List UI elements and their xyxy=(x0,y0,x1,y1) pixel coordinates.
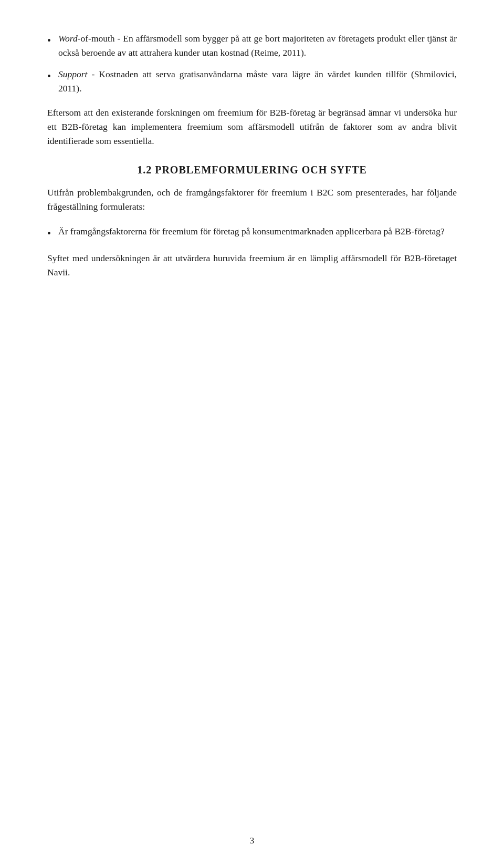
bullet-text-support: Support - Kostnaden att serva gratisanvä… xyxy=(58,67,457,96)
word-of-mouth-text: -of-mouth - En affärsmodell som bygger p… xyxy=(58,33,457,58)
list-item: • Word-of-mouth - En affärsmodell som by… xyxy=(47,32,457,60)
page-number: 3 xyxy=(250,836,255,846)
bullet-dot-icon: • xyxy=(47,68,51,85)
support-italic: Support xyxy=(58,69,87,79)
list-item: • Är framgångsfaktorerna för freemium fö… xyxy=(47,224,457,242)
word-italic: Word xyxy=(58,33,78,44)
paragraph-research: Eftersom att den existerande forskningen… xyxy=(47,106,457,148)
bullet-dot-icon: • xyxy=(47,33,51,49)
list-item: • Support - Kostnaden att serva gratisan… xyxy=(47,67,457,96)
support-text: - Kostnaden att serva gratisanvändarna m… xyxy=(58,69,457,94)
section-heading-problem: 1.2 PROBLEMFORMULERING OCH SYFTE xyxy=(47,164,457,176)
bullet-dot-icon: • xyxy=(47,225,51,242)
sub-bullet-text: Är framgångsfaktorerna för freemium för … xyxy=(58,224,457,239)
sub-bullet-list: • Är framgångsfaktorerna för freemium fö… xyxy=(47,224,457,242)
bullet-text-word-of-mouth: Word-of-mouth - En affärsmodell som bygg… xyxy=(58,32,457,60)
paragraph-problem-intro: Utifrån problembakgrunden, och de framgå… xyxy=(47,186,457,214)
bullet-list: • Word-of-mouth - En affärsmodell som by… xyxy=(47,32,457,96)
paragraph-syfte: Syftet med undersökningen är att utvärde… xyxy=(47,251,457,280)
page-footer: 3 xyxy=(0,836,504,846)
page-container: • Word-of-mouth - En affärsmodell som by… xyxy=(0,0,504,865)
